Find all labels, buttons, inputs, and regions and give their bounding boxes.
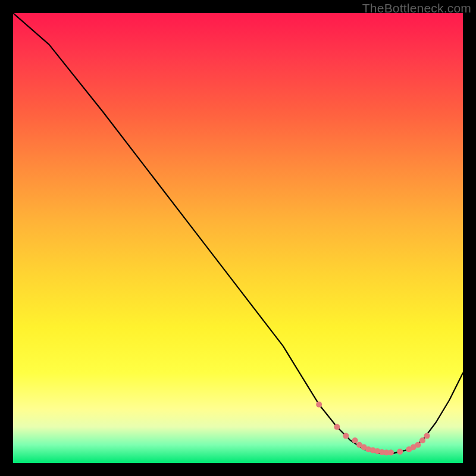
marker-dot (352, 437, 358, 443)
marker-dot (316, 402, 322, 408)
line-series (13, 13, 463, 454)
marker-dot (343, 433, 349, 439)
marker-dot (415, 442, 421, 448)
marker-dot (334, 424, 340, 430)
chart-frame: TheBottleneck.com (0, 0, 476, 476)
curve-path (13, 13, 463, 454)
watermark-text: TheBottleneck.com (362, 1, 471, 15)
chart-svg (13, 13, 463, 463)
plot-area (13, 13, 463, 463)
marker-dot (424, 433, 430, 439)
marker-series (316, 402, 430, 456)
marker-dot (397, 449, 403, 455)
marker-dot (388, 450, 394, 456)
marker-dot (419, 437, 425, 443)
